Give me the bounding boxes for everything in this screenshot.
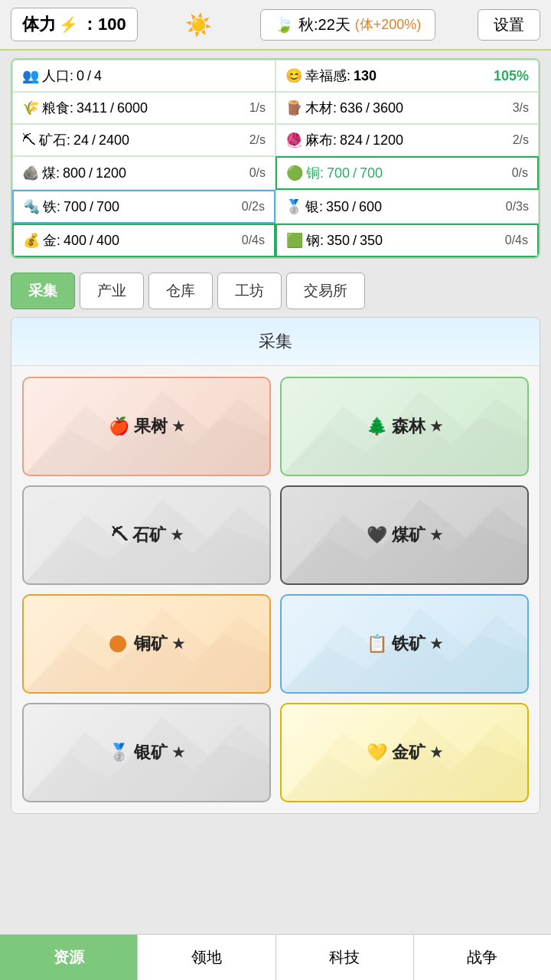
gold-cell: 💰 金:400/400 0/4s xyxy=(12,224,276,257)
food-rate: 1/s xyxy=(235,101,266,115)
iron-label: 🔩 铁:700/700 xyxy=(23,198,119,216)
coal-mine-label: 🖤 煤矿 ★ xyxy=(367,524,442,547)
coal-rate: 0/s xyxy=(235,166,266,180)
fruit-icon: 🍎 xyxy=(109,416,129,436)
happiness-icon: 😊 xyxy=(285,67,302,84)
silver-mine-label: 🥈 银矿 ★ xyxy=(109,741,184,764)
card-forest[interactable]: 🌲 森林 ★ xyxy=(280,377,529,476)
coal-current: 800 xyxy=(63,165,86,181)
stone-icon: ⛏ xyxy=(111,525,128,545)
wood-icon: 🪵 xyxy=(285,100,302,116)
nav-war[interactable]: 战争 xyxy=(414,935,551,980)
gold-mine-label: 💛 金矿 ★ xyxy=(367,741,442,764)
happiness-value: 130 xyxy=(354,68,377,84)
wood-cell: 🪵 木材:636/3600 3/s xyxy=(276,92,539,124)
wood-label: 🪵 木材:636/3600 xyxy=(285,99,403,117)
resource-grid: 👥 人口:0/4 😊 幸福感:130 105% 🌾 粮食:3411/6000 1… xyxy=(12,60,539,257)
steel-rate: 0/4s xyxy=(497,234,528,247)
cloth-cell: 🧶 麻布:824/1200 2/s xyxy=(276,124,539,156)
silver-mine-icon: 🥈 xyxy=(109,743,129,763)
season-display: 🍃 秋:22天 (体+200%) xyxy=(260,9,435,41)
happiness-label: 😊 幸福感:130 xyxy=(285,67,377,85)
copper-mine-icon xyxy=(109,635,126,652)
tab-exchange[interactable]: 交易所 xyxy=(286,273,365,309)
silver-rate: 0/3s xyxy=(498,200,529,214)
tab-warehouse[interactable]: 仓库 xyxy=(148,273,213,309)
coal-mine-icon: 🖤 xyxy=(367,525,387,545)
gold-mine-star: ★ xyxy=(430,744,442,761)
ore-max: 2400 xyxy=(99,132,129,149)
tab-workshop[interactable]: 工坊 xyxy=(217,273,282,309)
stone-label: ⛏ 石矿 ★ xyxy=(111,524,183,547)
stone-star: ★ xyxy=(171,527,183,544)
ore-label: ⛏ 矿石:24/2400 xyxy=(22,131,129,149)
food-current: 3411 xyxy=(77,100,107,116)
fruit-star: ★ xyxy=(172,418,184,435)
copper-cell: 🟢 铜:700/700 0/s xyxy=(276,156,539,190)
pop-current: 0 xyxy=(77,68,84,84)
card-gold-mine[interactable]: 💛 金矿 ★ xyxy=(280,703,529,802)
coal-label: 🪨 煤:800/1200 xyxy=(22,164,126,182)
forest-label: 🌲 森林 ★ xyxy=(367,415,442,438)
silver-label: 🥈 银:350/600 xyxy=(285,198,382,216)
copper-mine-star: ★ xyxy=(172,635,184,652)
card-stone[interactable]: ⛏ 石矿 ★ xyxy=(22,485,271,585)
steel-label: 🟩 钢:350/350 xyxy=(286,231,383,250)
copper-max: 700 xyxy=(360,165,383,181)
sun-icon: ☀️ xyxy=(185,12,212,38)
nav-territory[interactable]: 领地 xyxy=(138,935,276,980)
wood-rate: 3/s xyxy=(498,101,529,115)
coal-cell: 🪨 煤:800/1200 0/s xyxy=(12,156,276,190)
coal-mine-star: ★ xyxy=(430,527,442,544)
food-max: 6000 xyxy=(117,100,148,116)
card-coal-mine[interactable]: 🖤 煤矿 ★ xyxy=(280,485,529,585)
food-cell: 🌾 粮食:3411/6000 1/s xyxy=(12,92,276,124)
tab-bar: 采集 产业 仓库 工坊 交易所 xyxy=(11,273,540,309)
food-icon: 🌾 xyxy=(22,100,39,116)
silver-max: 600 xyxy=(359,199,382,215)
ore-icon: ⛏ xyxy=(22,132,36,149)
happiness-cell: 😊 幸福感:130 105% xyxy=(276,60,539,92)
cloth-rate: 2/s xyxy=(498,133,529,147)
stamina-display: 体力 ⚡ ： 100 xyxy=(11,8,138,41)
season-bonus: (体+200%) xyxy=(355,15,422,34)
pop-max: 4 xyxy=(94,68,102,84)
card-fruit[interactable]: 🍎 果树 ★ xyxy=(22,377,271,476)
silver-icon: 🥈 xyxy=(285,198,302,215)
gold-current: 400 xyxy=(64,233,86,249)
nav-tech[interactable]: 科技 xyxy=(276,935,414,980)
iron-icon: 🔩 xyxy=(23,198,40,215)
card-iron-mine[interactable]: 📋 铁矿 ★ xyxy=(280,594,529,694)
section-header: 采集 xyxy=(11,318,540,366)
gold-label: 💰 金:400/400 xyxy=(23,231,119,250)
leaf-icon: 🍃 xyxy=(275,15,294,34)
iron-mine-icon: 📋 xyxy=(367,634,387,654)
tab-gather[interactable]: 采集 xyxy=(11,273,75,309)
bottom-nav: 资源 领地 科技 战争 xyxy=(0,934,551,980)
silver-current: 350 xyxy=(326,199,349,215)
settings-button[interactable]: 设置 xyxy=(478,9,540,41)
ore-rate: 2/s xyxy=(235,133,266,147)
coal-max: 1200 xyxy=(96,165,126,181)
cloth-label: 🧶 麻布:824/1200 xyxy=(285,131,403,149)
card-silver-mine[interactable]: 🥈 银矿 ★ xyxy=(22,703,271,802)
cloth-current: 824 xyxy=(340,132,363,149)
iron-max: 700 xyxy=(96,199,119,215)
population-label: 👥 人口:0/4 xyxy=(22,67,102,85)
ore-current: 24 xyxy=(73,132,89,149)
section-title: 采集 xyxy=(259,332,292,351)
fruit-label: 🍎 果树 ★ xyxy=(109,415,184,438)
steel-current: 350 xyxy=(327,233,350,249)
tab-industry[interactable]: 产业 xyxy=(80,273,144,309)
resource-panel: 👥 人口:0/4 😊 幸福感:130 105% 🌾 粮食:3411/6000 1… xyxy=(11,58,540,259)
steel-cell: 🟩 钢:350/350 0/4s xyxy=(276,224,539,257)
forest-star: ★ xyxy=(430,418,442,435)
cloth-max: 1200 xyxy=(373,132,403,149)
wood-current: 636 xyxy=(340,100,363,116)
coal-icon: 🪨 xyxy=(22,165,39,181)
nav-resources[interactable]: 资源 xyxy=(0,935,138,980)
card-copper-mine[interactable]: 铜矿 ★ xyxy=(22,594,271,694)
food-label: 🌾 粮食:3411/6000 xyxy=(22,99,148,117)
stamina-colon: ： xyxy=(81,13,98,36)
iron-cell: 🔩 铁:700/700 0/2s xyxy=(12,190,276,224)
